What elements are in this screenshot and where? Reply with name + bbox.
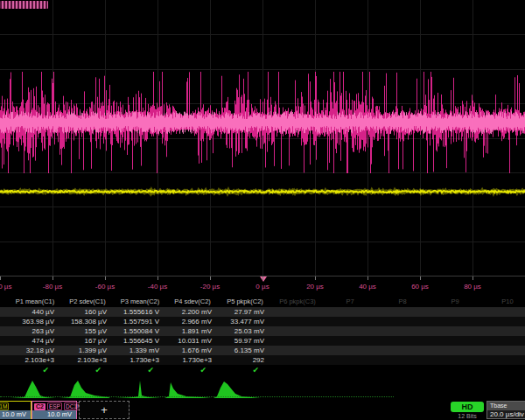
measure-header-p1[interactable]: P1 mean(C1) <box>9 297 61 307</box>
add-trace-button[interactable]: + <box>79 401 130 419</box>
measure-value: 1.339 mV <box>114 346 166 355</box>
c1-scale-value: 10.0 mV <box>0 410 31 419</box>
measure-value <box>271 336 324 346</box>
axis-label: 0 µs <box>236 283 289 290</box>
measure-value <box>324 336 376 346</box>
measure-stat-row: 440 µV160 µV1.555616 V2.200 mV27.97 mV <box>0 307 525 317</box>
measure-value <box>271 346 324 355</box>
measure-value: 1.730e+3 <box>166 355 219 365</box>
hd-mode-badge[interactable]: HD <box>451 402 484 412</box>
measure-value <box>481 307 525 317</box>
measure-header-row: P1 mean(C1)P2 sdev(C1)P3 mean(C2)P4 sdev… <box>0 297 525 307</box>
measure-value <box>429 355 481 365</box>
axis-tick <box>52 276 53 280</box>
measure-value <box>376 346 429 355</box>
histicon-p1 <box>10 381 56 398</box>
axis-label: 40 µs <box>341 283 394 290</box>
measure-header-p5[interactable]: P5 pkpk(C2) <box>219 297 271 307</box>
trace-annotation-badge <box>0 1 48 9</box>
timebase-label: Tbase <box>487 402 525 410</box>
measure-value: 440 µV <box>9 307 61 317</box>
measure-value: 1.399 µV <box>61 346 114 355</box>
axis-label: 60 µs <box>394 283 446 290</box>
measure-value: 155 µV <box>61 326 114 336</box>
axis-label: -80 µs <box>26 283 79 290</box>
measure-value: 25.03 mV <box>219 326 271 336</box>
measure-value: 2.103e+3 <box>9 355 61 365</box>
hd-bits-label: 12 Bits <box>451 413 484 419</box>
measure-value <box>481 336 525 346</box>
axis-label: -100 µs <box>0 283 26 290</box>
measure-value: 158.308 µV <box>61 317 114 326</box>
measure-value <box>376 336 429 346</box>
measure-value: 263 µV <box>9 326 61 336</box>
histicon-strip <box>0 375 525 400</box>
measure-header-p3[interactable]: P3 mean(C2) <box>114 297 166 307</box>
c2-descriptor-box[interactable]: C2 ESP DC1M 10.0 mV <box>32 401 77 419</box>
c2-esp-tag: ESP <box>47 402 62 410</box>
measure-value <box>324 326 376 336</box>
plus-icon: + <box>101 403 108 416</box>
measure-value: 59.97 mV <box>219 336 271 346</box>
measure-value: 33.477 mV <box>219 317 271 326</box>
measure-value <box>376 317 429 326</box>
measure-value: 27.97 mV <box>219 307 271 317</box>
measure-stat-row: 474 µV167 µV1.556645 V10.031 mV59.97 mV <box>0 336 525 346</box>
axis-tick <box>262 276 263 280</box>
axis-tick <box>158 276 158 280</box>
axis-label: -40 µs <box>131 283 184 290</box>
axis-tick <box>368 276 368 280</box>
measure-value: 1.550084 V <box>114 326 166 336</box>
measure-header-p6[interactable]: P6 pkpk(C3) <box>271 297 324 307</box>
axis-label: -60 µs <box>79 283 131 290</box>
measure-value <box>271 326 324 336</box>
c1-coupling-tag: DC1M <box>0 402 9 410</box>
axis-tick <box>105 276 106 280</box>
measure-value: 1.676 mV <box>166 346 219 355</box>
measure-value: 1.555616 V <box>114 307 166 317</box>
measure-value <box>271 307 324 317</box>
measure-value: 2.966 mV <box>166 317 219 326</box>
measure-value <box>271 355 324 365</box>
timebase-descriptor-box[interactable]: Tbase 20.0 µs/div <box>486 401 525 419</box>
measurement-table: P1 mean(C1)P2 sdev(C1)P3 mean(C2)P4 sdev… <box>0 297 525 376</box>
measure-value: 1.891 mV <box>166 326 219 336</box>
waveform-grid <box>0 0 525 276</box>
axis-tick <box>210 276 211 280</box>
measure-value: 32.18 µV <box>9 346 61 355</box>
measure-stat-row: 2.103e+32.103e+31.730e+31.730e+3292 <box>0 355 525 365</box>
measure-value: 292 <box>219 355 271 365</box>
trigger-marker-icon[interactable] <box>260 276 267 282</box>
axis-label: 80 µs <box>446 283 499 290</box>
measure-header-p10[interactable]: P10 <box>481 297 525 307</box>
time-axis: -100 µs-80 µs-60 µs-40 µs-20 µs0 µs20 µs… <box>0 276 525 297</box>
measure-value: 160 µV <box>61 307 114 317</box>
measure-value <box>376 355 429 365</box>
axis-label: 20 µs <box>289 283 341 290</box>
measure-value <box>324 307 376 317</box>
measure-header-p8[interactable]: P8 <box>376 297 429 307</box>
descriptor-bar: C1 DC1M 10.0 mV C2 ESP DC1M 10.0 mV + HD… <box>0 400 525 420</box>
histicon-p2 <box>60 381 110 398</box>
measure-stat-row: 32.18 µV1.399 µV1.339 mV1.676 mV6.135 mV <box>0 346 525 355</box>
axis-tick <box>472 276 473 280</box>
measure-value <box>429 307 481 317</box>
measure-header-p7[interactable]: P7 <box>324 297 376 307</box>
measure-value: 2.200 mV <box>166 307 219 317</box>
measure-header-p2[interactable]: P2 sdev(C1) <box>61 297 114 307</box>
measure-header-p4[interactable]: P4 sdev(C2) <box>166 297 219 307</box>
measure-value: 1.557591 V <box>114 317 166 326</box>
measure-value <box>481 317 525 326</box>
histogram-baseline <box>0 396 394 397</box>
measure-value: 6.135 mV <box>219 346 271 355</box>
measure-value <box>271 317 324 326</box>
measure-header-p9[interactable]: P9 <box>429 297 481 307</box>
measure-stat-row: 263 µV155 µV1.550084 V1.891 mV25.03 mV <box>0 326 525 336</box>
measure-value: 10.031 mV <box>166 336 219 346</box>
measure-value <box>429 346 481 355</box>
measure-value: 474 µV <box>9 336 61 346</box>
measure-value <box>376 326 429 336</box>
measure-value: 2.103e+3 <box>61 355 114 365</box>
c1-descriptor-box[interactable]: C1 DC1M 10.0 mV <box>0 401 32 419</box>
measure-stat-row: 363.98 µV158.308 µV1.557591 V2.966 mV33.… <box>0 317 525 326</box>
